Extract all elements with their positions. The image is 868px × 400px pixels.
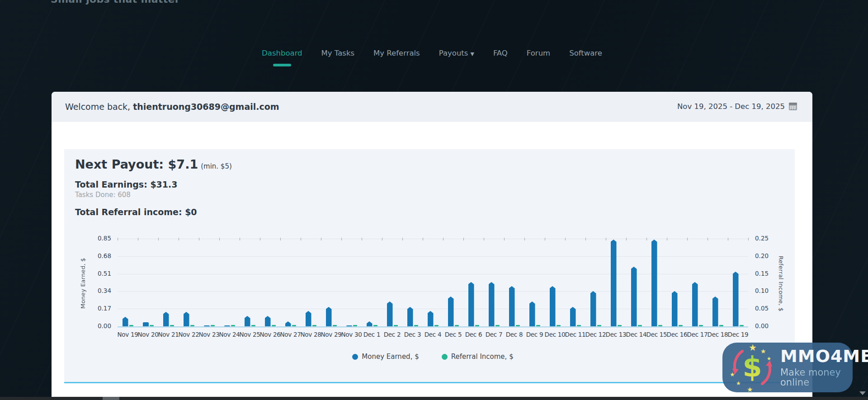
bar-referral-income — [231, 325, 235, 326]
bar-money-earned — [245, 316, 250, 326]
star-icon: ★ — [749, 342, 757, 353]
date-range-text: Nov 19, 2025 - Dec 19, 2025 — [677, 102, 785, 111]
bar-referral-income — [394, 325, 398, 326]
horizontal-scrollbar-thumb[interactable] — [103, 397, 119, 400]
bar-referral-income — [312, 325, 316, 326]
bar-referral-income — [292, 325, 296, 326]
bar-referral-income — [129, 325, 133, 326]
bar-slot — [524, 239, 545, 326]
bar-referral-income — [353, 325, 357, 326]
star-icon: ★ — [767, 356, 771, 362]
tab-software[interactable]: Software — [569, 49, 602, 64]
bar-slot — [728, 239, 748, 326]
bar-referral-income — [170, 325, 174, 326]
bar-referral-income — [150, 325, 154, 326]
legend-referral-income[interactable]: Referral Income, $ — [442, 353, 514, 361]
x-tickmark — [280, 238, 281, 240]
welcome-bar: Welcome back, thientruong30689@gmail.com… — [52, 92, 812, 122]
brand-name: MMO4ME — [780, 348, 868, 366]
gridline — [118, 326, 748, 327]
bar-money-earned — [611, 240, 617, 326]
x-tickmark — [118, 238, 118, 240]
right-axis-title: Referral Income, $ — [778, 248, 784, 320]
x-tickmark — [626, 238, 627, 240]
x-tickmark — [402, 238, 403, 240]
legend-money-earned[interactable]: Money Earned, $ — [352, 353, 419, 361]
bar-referral-income — [455, 325, 459, 326]
bar-slot — [199, 239, 219, 326]
x-tickmark — [524, 238, 525, 240]
horizontal-scrollbar[interactable] — [0, 397, 868, 400]
dollar-emblem: $ ★ ★ ★ ★ ★ ★ — [729, 344, 776, 391]
bar-money-earned — [489, 282, 495, 326]
bar-slot — [423, 239, 443, 326]
bar-money-earned — [306, 311, 311, 326]
bar-money-earned — [712, 296, 718, 326]
dashboard-card: Welcome back, thientruong30689@gmail.com… — [52, 92, 812, 400]
bar-slot — [321, 239, 341, 326]
bar-referral-income — [577, 325, 581, 326]
tab-faq[interactable]: FAQ — [493, 49, 508, 64]
calendar-icon — [789, 103, 797, 110]
x-tickmark — [708, 238, 708, 240]
bar-referral-income — [658, 325, 662, 326]
tab-forum[interactable]: Forum — [527, 49, 550, 64]
bar-money-earned — [590, 291, 596, 326]
x-tickmark — [138, 238, 138, 240]
tab-payouts[interactable]: Payouts▼ — [439, 49, 474, 64]
bar-slot — [443, 239, 463, 326]
bar-slot — [687, 239, 708, 326]
bar-slot — [708, 239, 728, 326]
dollar-icon: $ — [742, 350, 762, 383]
bar-slot — [504, 239, 524, 326]
x-tickmark — [667, 238, 667, 240]
tab-my-tasks[interactable]: My Tasks — [321, 49, 354, 64]
bar-slot — [341, 239, 362, 326]
bar-money-earned — [184, 312, 189, 326]
x-tickmark — [362, 238, 362, 240]
bar-referral-income — [373, 325, 377, 326]
site-tagline: Small jobs that matter — [51, 0, 180, 5]
bar-referral-income — [638, 325, 642, 326]
bar-money-earned — [692, 282, 698, 326]
bar-slot — [463, 239, 484, 326]
x-tickmark — [545, 238, 545, 240]
bar-referral-income — [516, 325, 520, 326]
bar-slot — [219, 239, 240, 326]
axis-tick-label: 0.85 — [86, 235, 111, 242]
x-tickmark — [463, 238, 464, 240]
x-tickmark — [504, 238, 505, 240]
x-tickmark — [443, 238, 443, 240]
bar-slot — [382, 239, 402, 326]
x-tickmark — [341, 238, 342, 240]
bar-referral-income — [699, 325, 703, 326]
x-tickmark — [321, 238, 321, 240]
bar-money-earned — [285, 321, 291, 326]
bar-money-earned — [163, 312, 169, 326]
main-nav: Dashboard My Tasks My Referrals Payouts▼… — [52, 49, 812, 64]
chevron-down-icon: ▼ — [470, 51, 474, 57]
date-range-picker[interactable]: Nov 19, 2025 - Dec 19, 2025 — [677, 102, 797, 111]
bar-money-earned — [468, 282, 474, 326]
x-tickmark — [179, 238, 179, 240]
bar-referral-income — [475, 325, 479, 326]
mmo4me-watermark: $ ★ ★ ★ ★ ★ ★ MMO4ME Make money online — [722, 343, 853, 392]
x-tickmark — [606, 238, 606, 240]
scrollbar-down-arrow-icon[interactable] — [859, 391, 866, 395]
tab-my-referrals[interactable]: My Referrals — [373, 49, 420, 64]
bar-money-earned — [265, 316, 271, 326]
x-tickmark — [646, 238, 647, 240]
left-axis-title: Money Earned, $ — [80, 245, 86, 322]
axis-tick-label: 0.34 — [86, 287, 111, 294]
bar-money-earned — [407, 307, 413, 326]
tab-dashboard[interactable]: Dashboard — [262, 49, 302, 64]
earnings-chart: Money Earned, $ 0.000.170.340.510.680.85… — [64, 149, 795, 382]
bar-referral-income — [536, 325, 540, 326]
bar-slot — [301, 239, 321, 326]
x-tickmark — [260, 238, 260, 240]
legend-dot-blue — [352, 354, 358, 360]
plot-area — [118, 239, 748, 326]
x-tickmark — [199, 238, 199, 240]
bar-referral-income — [251, 325, 255, 326]
bar-referral-income — [333, 325, 337, 326]
